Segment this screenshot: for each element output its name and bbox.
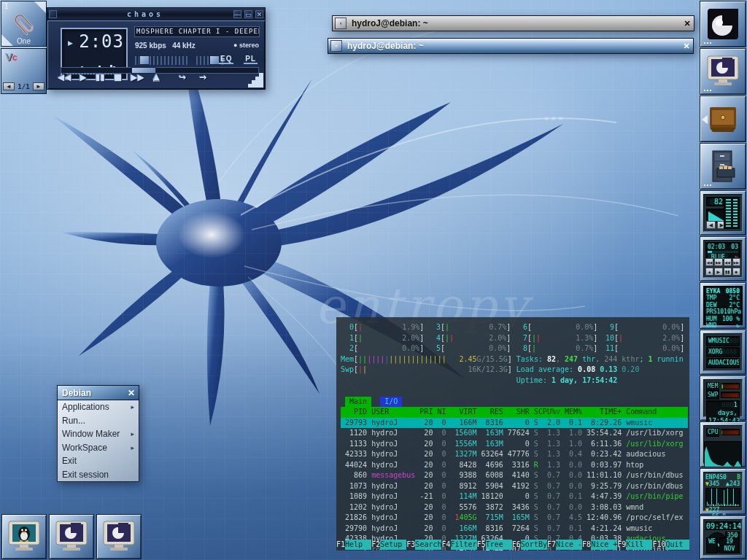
wmusic-play-button[interactable]: ▶ xyxy=(714,268,722,276)
appicon-terminal-tux[interactable] xyxy=(1,514,47,559)
process-row[interactable]: 29790hydroJ200166M83167264S0.70.14:21.24… xyxy=(341,524,688,534)
player-close-button[interactable]: ✕ xyxy=(255,10,263,18)
playlist-button[interactable]: PL xyxy=(244,55,258,64)
menu-item-exit-session[interactable]: Exit session xyxy=(58,468,139,482)
fnkey-f3[interactable]: F3Search xyxy=(406,540,441,551)
dock-filemanager-tile[interactable] xyxy=(700,143,746,190)
drawer-arrow-icon[interactable] xyxy=(702,115,708,124)
dockapp-wmusic[interactable]: 02:03 03 8BLUE8↻ ◀◀ ▶▶ ◀◀ ▶▶ ▲ ▶ ▮▮ ■ xyxy=(700,236,746,281)
dockapp-wmnd[interactable]: ENP4S0 B ▼345 ▲243 ▼227 ▲66.0 xyxy=(700,468,746,515)
wmusic-next-button[interactable]: ▶▶ xyxy=(714,258,722,266)
dockapp-weather[interactable]: EYKA 0850 TMP2°CDEW2°CPRS1010hPaHUM100 %… xyxy=(700,282,746,329)
menu-close-button[interactable]: ✕ xyxy=(124,388,139,398)
menu-item-exit[interactable]: Exit xyxy=(58,454,139,468)
pager-next-button[interactable]: ▶ xyxy=(33,82,44,90)
cpu-history-graph xyxy=(704,441,742,467)
eject-button[interactable]: ▲ xyxy=(153,73,160,82)
swap-bar xyxy=(721,392,740,398)
dockapp-cpuload[interactable]: CPU xyxy=(700,421,746,467)
window-title[interactable]: hydroJ@debian: ~ xyxy=(349,18,681,28)
window-title[interactable]: hydroJ@debian: ~ xyxy=(344,41,680,51)
fnkey-f5[interactable]: F5Tree xyxy=(477,540,512,551)
miniaturize-button[interactable]: ▫ xyxy=(335,18,347,29)
play-button[interactable]: ▶ xyxy=(80,72,86,82)
menu-item-window-maker[interactable]: Window Maker▸ xyxy=(58,427,139,441)
fnkey-f1[interactable]: F1Help xyxy=(336,540,371,551)
fnkey-f4[interactable]: F4Filter xyxy=(441,540,476,551)
player-titlebar[interactable]: chaos — ▭ ✕ xyxy=(47,8,265,20)
cpu-label: CPU xyxy=(706,428,719,437)
process-row[interactable]: 1120hydroJ2001560M163M77624S1.31.035:54.… xyxy=(341,428,688,439)
htop-window[interactable]: 0[|1.9%]3[|0.7%]6[0.0%]9[0.0%]1[|2.0%]4[… xyxy=(336,317,689,551)
stop-button[interactable]: ■ xyxy=(114,72,122,82)
player-minimize-button[interactable]: — xyxy=(233,10,241,18)
workspace-clip[interactable]: 1 One xyxy=(1,1,47,47)
cpu-bar xyxy=(721,429,740,435)
wmusic-prev-button[interactable]: ◀◀ xyxy=(705,258,713,266)
wmusic-rew-button[interactable]: ◀◀ xyxy=(724,258,732,266)
process-row[interactable]: 1089hydroJ-210114M181200S0.70.14:47.39/u… xyxy=(341,491,688,502)
pager-prev-button[interactable]: ◀ xyxy=(3,82,15,90)
fnkey-f10[interactable]: F10Quit xyxy=(652,540,689,551)
fnkey-f2[interactable]: F2Setup xyxy=(371,540,406,551)
player-menu-button[interactable] xyxy=(49,10,57,18)
clock-digital-time: 09:24:14 xyxy=(705,521,740,530)
terminal-window-1[interactable]: ▫ hydroJ@debian: ~ ✕ xyxy=(332,15,694,31)
menu-titlebar[interactable]: Debian ✕ xyxy=(57,385,139,400)
miniaturize-button[interactable]: ▫ xyxy=(330,40,342,52)
wmusic-ff-button[interactable]: ▶▶ xyxy=(732,258,740,266)
fnkey-f8[interactable]: F8Nice + xyxy=(582,540,617,551)
repeat-button[interactable]: → xyxy=(199,72,206,82)
fnkey-f9[interactable]: F9Kill xyxy=(617,540,652,551)
process-row[interactable]: 44024hydroJ200842846963316R1.30.00:03.97… xyxy=(341,460,688,471)
fnkey-f6[interactable]: F6SortBy xyxy=(512,540,547,551)
wmusic-stop-button[interactable]: ■ xyxy=(732,268,740,276)
shuffle-button[interactable]: ↪ xyxy=(179,72,186,82)
root-menu[interactable]: Debian ✕ Applications▸Run...Window Maker… xyxy=(57,385,139,482)
dockapp-memload[interactable]: MEM SWP 0001 days, 17:54:43 xyxy=(700,376,746,421)
dock-wmaker-tile[interactable] xyxy=(700,1,746,47)
process-row[interactable]: 1073hydroJ200891259044192S0.70.09:25.79/… xyxy=(341,481,688,492)
menu-item-applications[interactable]: Applications▸ xyxy=(58,400,139,414)
volume-slider[interactable] xyxy=(135,56,189,65)
tab-io[interactable]: I/O xyxy=(380,397,402,408)
next-button[interactable]: ▶▶ xyxy=(131,72,144,82)
volume-handle[interactable] xyxy=(139,55,150,65)
close-button[interactable]: ✕ xyxy=(681,19,694,28)
dockapp-wmtop[interactable]: WMUSIC8888XORG8888AUDACIOUS8888 xyxy=(700,330,746,375)
process-row[interactable]: 1202hydroJ200557638723436S0.70.03:08.03w… xyxy=(341,502,688,513)
tab-main[interactable]: Main xyxy=(345,397,371,408)
process-row[interactable]: 1133hydroJ2001556M163M0S1.31.06:11.36/us… xyxy=(341,439,688,450)
process-row[interactable]: 860messagebus200938860084140S0.70.011:01… xyxy=(341,470,688,481)
fnkey-f7[interactable]: F7Nice - xyxy=(547,540,582,551)
equalizer-button[interactable]: EQ xyxy=(219,55,233,64)
process-row[interactable]: 29793hydroJ200166M83160S2.00.18:29.26wmu… xyxy=(341,418,688,429)
wmusic-eject-button[interactable]: ▲ xyxy=(705,268,713,276)
previous-button[interactable]: ◀◀ xyxy=(58,72,71,82)
dock-drawer-tile[interactable] xyxy=(700,96,746,142)
bitrate-label: 925 kbps xyxy=(135,42,166,50)
appicon-xterm-2[interactable] xyxy=(96,514,142,559)
htop-cpu-meters: 0[|1.9%]3[|0.7%]6[0.0%]9[0.0%]1[|2.0%]4[… xyxy=(341,322,688,386)
dockapp-clock[interactable]: 09:24:14 350 WE 19 NOV xyxy=(700,516,746,559)
dock-xterm-tile[interactable] xyxy=(700,48,746,95)
player-shade-button[interactable]: ▭ xyxy=(244,10,252,18)
pause-button[interactable]: ▮▮ xyxy=(96,72,105,82)
appicon-xterm-1[interactable] xyxy=(49,514,94,559)
menu-item-run-[interactable]: Run... xyxy=(58,414,139,428)
mixer-prev-channel-button[interactable]: ◀ xyxy=(706,221,716,229)
music-player-window[interactable]: chaos — ▭ ✕ ▶ 2:03 MOSPHERE CHAPTER I - … xyxy=(47,7,266,90)
track-title-marquee[interactable]: MOSPHERE CHAPTER I - DEEPER DRL xyxy=(134,26,260,37)
weather-row: DEW2°C xyxy=(706,302,740,309)
dockapp-mixer[interactable]: 882 ◀ ▶ xyxy=(700,190,746,236)
terminal-window-2[interactable]: ▫ hydroJ@debian: ~ ✕ xyxy=(328,38,694,54)
table-header[interactable]: PIDUSERPRINIVIRTRESSHRSCPU%▽MEM%TIME+Com… xyxy=(341,407,688,418)
process-row[interactable]: 21826hydroJ2001405G715M165MS0.74.512:40.… xyxy=(341,513,688,524)
process-row[interactable]: 42333hydroJ2001327M6326447776S1.30.40:23… xyxy=(341,449,688,460)
vc-appicon[interactable]: Vc ◀ 1/1 ▶ xyxy=(1,48,47,94)
close-button[interactable]: ✕ xyxy=(680,42,693,51)
file-cabinet-icon xyxy=(708,149,738,183)
weather-rows: TMP2°CDEW2°CPRS1010hPaHUM100 %WND↻ xyxy=(706,295,740,330)
menu-item-workspace[interactable]: WorkSpace▸ xyxy=(58,441,139,455)
wmusic-pause-button[interactable]: ▮▮ xyxy=(724,268,732,276)
